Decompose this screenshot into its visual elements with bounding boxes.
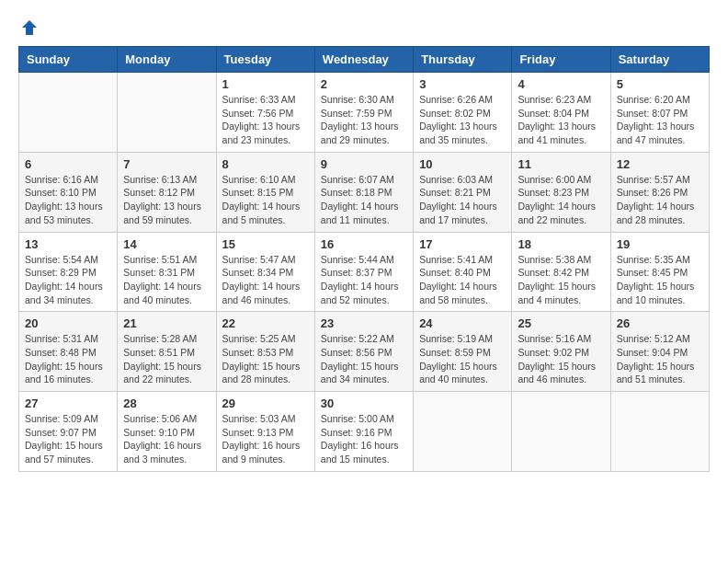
day-info: Sunrise: 5:09 AMSunset: 9:07 PMDaylight:… <box>25 412 111 466</box>
day-info: Sunrise: 5:54 AMSunset: 8:29 PMDaylight:… <box>25 253 111 307</box>
day-number: 2 <box>321 77 407 91</box>
calendar-day-cell: 17Sunrise: 5:41 AMSunset: 8:40 PMDayligh… <box>414 232 512 312</box>
calendar-day-cell: 14Sunrise: 5:51 AMSunset: 8:31 PMDayligh… <box>118 232 216 312</box>
day-number: 21 <box>123 316 210 330</box>
day-info: Sunrise: 5:00 AMSunset: 9:16 PMDaylight:… <box>321 412 407 466</box>
day-number: 7 <box>123 157 210 171</box>
calendar-week-row: 20Sunrise: 5:31 AMSunset: 8:48 PMDayligh… <box>19 312 710 392</box>
day-number: 29 <box>222 396 309 410</box>
day-info: Sunrise: 5:57 AMSunset: 8:26 PMDaylight:… <box>617 173 703 227</box>
day-number: 15 <box>222 237 309 251</box>
day-number: 6 <box>25 157 111 171</box>
day-info: Sunrise: 5:06 AMSunset: 9:10 PMDaylight:… <box>123 412 210 466</box>
day-info: Sunrise: 5:25 AMSunset: 8:53 PMDaylight:… <box>222 332 309 386</box>
calendar-day-cell: 24Sunrise: 5:19 AMSunset: 8:59 PMDayligh… <box>414 312 512 392</box>
calendar-week-row: 6Sunrise: 6:16 AMSunset: 8:10 PMDaylight… <box>19 152 710 232</box>
calendar-day-cell: 29Sunrise: 5:03 AMSunset: 9:13 PMDayligh… <box>216 392 314 472</box>
day-info: Sunrise: 5:44 AMSunset: 8:37 PMDaylight:… <box>321 253 407 307</box>
day-number: 25 <box>518 316 604 330</box>
weekday-header: Saturday <box>610 47 709 73</box>
day-number: 11 <box>518 157 604 171</box>
calendar-day-cell: 12Sunrise: 5:57 AMSunset: 8:26 PMDayligh… <box>610 152 709 232</box>
logo <box>18 18 39 37</box>
calendar-header-row: SundayMondayTuesdayWednesdayThursdayFrid… <box>19 47 710 73</box>
day-info: Sunrise: 5:31 AMSunset: 8:48 PMDaylight:… <box>25 332 111 386</box>
calendar-day-cell: 30Sunrise: 5:00 AMSunset: 9:16 PMDayligh… <box>314 392 413 472</box>
day-info: Sunrise: 5:19 AMSunset: 8:59 PMDaylight:… <box>419 332 506 386</box>
calendar-day-cell: 6Sunrise: 6:16 AMSunset: 8:10 PMDaylight… <box>19 152 118 232</box>
day-info: Sunrise: 6:26 AMSunset: 8:02 PMDaylight:… <box>419 93 506 147</box>
day-number: 22 <box>222 316 309 330</box>
day-number: 16 <box>321 237 407 251</box>
calendar-table: SundayMondayTuesdayWednesdayThursdayFrid… <box>18 46 710 472</box>
calendar-day-cell <box>610 392 709 472</box>
day-info: Sunrise: 6:33 AMSunset: 7:56 PMDaylight:… <box>222 93 309 147</box>
day-number: 26 <box>617 316 703 330</box>
day-number: 27 <box>25 396 111 410</box>
weekday-header: Wednesday <box>314 47 413 73</box>
calendar-day-cell: 26Sunrise: 5:12 AMSunset: 9:04 PMDayligh… <box>610 312 709 392</box>
day-number: 17 <box>419 237 506 251</box>
day-info: Sunrise: 6:30 AMSunset: 7:59 PMDaylight:… <box>321 93 407 147</box>
weekday-header: Monday <box>118 47 216 73</box>
weekday-header: Tuesday <box>216 47 314 73</box>
calendar-day-cell <box>414 392 512 472</box>
weekday-header: Thursday <box>414 47 512 73</box>
day-info: Sunrise: 5:12 AMSunset: 9:04 PMDaylight:… <box>617 332 703 386</box>
day-info: Sunrise: 5:51 AMSunset: 8:31 PMDaylight:… <box>123 253 210 307</box>
weekday-header: Friday <box>512 47 610 73</box>
day-number: 20 <box>25 316 111 330</box>
calendar-day-cell: 25Sunrise: 5:16 AMSunset: 9:02 PMDayligh… <box>512 312 610 392</box>
calendar-week-row: 27Sunrise: 5:09 AMSunset: 9:07 PMDayligh… <box>19 392 710 472</box>
day-number: 28 <box>123 396 210 410</box>
calendar-day-cell: 2Sunrise: 6:30 AMSunset: 7:59 PMDaylight… <box>314 73 413 153</box>
day-info: Sunrise: 5:41 AMSunset: 8:40 PMDaylight:… <box>419 253 506 307</box>
day-info: Sunrise: 5:16 AMSunset: 9:02 PMDaylight:… <box>518 332 604 386</box>
weekday-header: Sunday <box>19 47 118 73</box>
calendar-day-cell: 20Sunrise: 5:31 AMSunset: 8:48 PMDayligh… <box>19 312 118 392</box>
day-info: Sunrise: 5:22 AMSunset: 8:56 PMDaylight:… <box>321 332 407 386</box>
day-info: Sunrise: 6:07 AMSunset: 8:18 PMDaylight:… <box>321 173 407 227</box>
day-number: 18 <box>518 237 604 251</box>
day-number: 10 <box>419 157 506 171</box>
day-info: Sunrise: 6:13 AMSunset: 8:12 PMDaylight:… <box>123 173 210 227</box>
day-number: 14 <box>123 237 210 251</box>
day-info: Sunrise: 5:47 AMSunset: 8:34 PMDaylight:… <box>222 253 309 307</box>
day-info: Sunrise: 6:20 AMSunset: 8:07 PMDaylight:… <box>617 93 703 147</box>
calendar-day-cell: 19Sunrise: 5:35 AMSunset: 8:45 PMDayligh… <box>610 232 709 312</box>
day-number: 9 <box>321 157 407 171</box>
calendar-day-cell: 22Sunrise: 5:25 AMSunset: 8:53 PMDayligh… <box>216 312 314 392</box>
calendar-day-cell: 7Sunrise: 6:13 AMSunset: 8:12 PMDaylight… <box>118 152 216 232</box>
svg-marker-0 <box>22 20 37 35</box>
day-number: 1 <box>222 77 309 91</box>
calendar-day-cell: 11Sunrise: 6:00 AMSunset: 8:23 PMDayligh… <box>512 152 610 232</box>
calendar-day-cell <box>512 392 610 472</box>
day-info: Sunrise: 6:00 AMSunset: 8:23 PMDaylight:… <box>518 173 604 227</box>
calendar-day-cell: 10Sunrise: 6:03 AMSunset: 8:21 PMDayligh… <box>414 152 512 232</box>
calendar-day-cell: 5Sunrise: 6:20 AMSunset: 8:07 PMDaylight… <box>610 73 709 153</box>
calendar-week-row: 1Sunrise: 6:33 AMSunset: 7:56 PMDaylight… <box>19 73 710 153</box>
calendar-day-cell: 3Sunrise: 6:26 AMSunset: 8:02 PMDaylight… <box>414 73 512 153</box>
day-info: Sunrise: 6:03 AMSunset: 8:21 PMDaylight:… <box>419 173 506 227</box>
day-number: 24 <box>419 316 506 330</box>
calendar-day-cell <box>118 73 216 153</box>
day-info: Sunrise: 5:38 AMSunset: 8:42 PMDaylight:… <box>518 253 604 307</box>
calendar-day-cell: 23Sunrise: 5:22 AMSunset: 8:56 PMDayligh… <box>314 312 413 392</box>
day-info: Sunrise: 5:35 AMSunset: 8:45 PMDaylight:… <box>617 253 703 307</box>
day-info: Sunrise: 5:28 AMSunset: 8:51 PMDaylight:… <box>123 332 210 386</box>
day-info: Sunrise: 6:16 AMSunset: 8:10 PMDaylight:… <box>25 173 111 227</box>
day-info: Sunrise: 5:03 AMSunset: 9:13 PMDaylight:… <box>222 412 309 466</box>
calendar-day-cell: 4Sunrise: 6:23 AMSunset: 8:04 PMDaylight… <box>512 73 610 153</box>
day-info: Sunrise: 6:23 AMSunset: 8:04 PMDaylight:… <box>518 93 604 147</box>
calendar-day-cell: 15Sunrise: 5:47 AMSunset: 8:34 PMDayligh… <box>216 232 314 312</box>
day-number: 12 <box>617 157 703 171</box>
day-number: 30 <box>321 396 407 410</box>
day-number: 8 <box>222 157 309 171</box>
calendar-day-cell: 13Sunrise: 5:54 AMSunset: 8:29 PMDayligh… <box>19 232 118 312</box>
day-number: 5 <box>617 77 703 91</box>
calendar-day-cell: 16Sunrise: 5:44 AMSunset: 8:37 PMDayligh… <box>314 232 413 312</box>
day-number: 23 <box>321 316 407 330</box>
calendar-day-cell: 8Sunrise: 6:10 AMSunset: 8:15 PMDaylight… <box>216 152 314 232</box>
day-number: 3 <box>419 77 506 91</box>
calendar-day-cell: 1Sunrise: 6:33 AMSunset: 7:56 PMDaylight… <box>216 73 314 153</box>
